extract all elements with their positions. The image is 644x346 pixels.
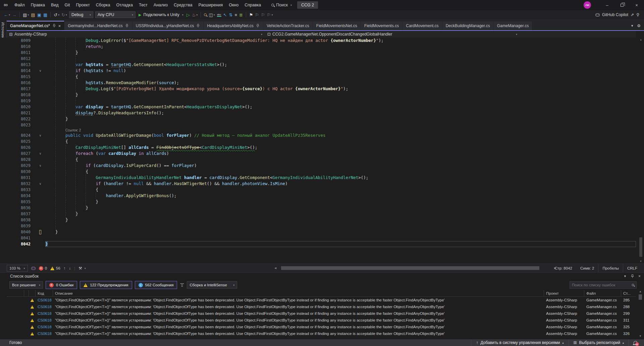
menu-item-build[interactable]: Сборка <box>93 0 113 10</box>
tab-fieldmovements[interactable]: FieldMovements.cs <box>361 21 402 30</box>
line-number[interactable]: 8037 <box>7 211 35 217</box>
code-text[interactable] <box>45 122 636 128</box>
error-row[interactable]: CS0618"Object.FindObjectOfType<T>()" явл… <box>7 330 636 337</box>
close-panel-icon[interactable]: × <box>638 274 641 279</box>
menu-item-analyze[interactable]: Анализ <box>151 0 171 10</box>
previous-bookmark-icon[interactable]: ⚐ <box>255 13 259 17</box>
navigate-to-cursor-icon[interactable]: ↖ <box>223 13 227 17</box>
line-number[interactable]: 8013 <box>7 62 35 68</box>
tab-vehicle-action-tracker[interactable]: VehicleActionTracker.cs <box>263 21 313 30</box>
code-text[interactable]: { <box>45 187 636 193</box>
warnings-filter-button[interactable]: 122 Предупреждения <box>80 281 132 289</box>
errors-filter-button[interactable]: × 0 Ошибки <box>46 281 77 289</box>
platform-dropdown[interactable]: Any CPU ▾ <box>95 11 136 18</box>
header-blank[interactable] <box>7 290 24 296</box>
code-text[interactable]: handler.ApplyGWTigerBonus(); <box>45 193 636 199</box>
panel-menu-icon[interactable]: ▼ <box>624 275 627 278</box>
code-text[interactable]: hqStats.RemoveDamageModifier(source); <box>45 80 636 86</box>
active-files-dropdown-icon[interactable]: ▼ <box>631 24 634 27</box>
code-text[interactable]: var display = targetHQ.GetComponentInPar… <box>45 104 636 110</box>
code-text[interactable]: { <box>45 138 636 145</box>
header-code[interactable]: Код <box>36 290 53 296</box>
code-text[interactable] <box>45 235 636 241</box>
line-number[interactable]: 8010 <box>7 44 35 50</box>
menu-item-edit[interactable]: Правка <box>28 0 48 10</box>
debug-configuration-dropdown[interactable]: Debug ▾ <box>69 11 93 18</box>
code-editor[interactable]: 8009 Debug.LogError($"[GameManagerNet] R… <box>0 38 644 264</box>
code-text[interactable]: foreach (var cardDisplay in allCards) <box>45 151 636 157</box>
line-number[interactable]: 8029 <box>7 163 35 169</box>
clear-bookmarks-icon[interactable]: ⚐▾ <box>267 13 273 17</box>
select-repository-button[interactable]: ⊞ Выбрать репозиторий ▴ <box>569 339 629 346</box>
notifications-button[interactable]: 1 <box>629 339 644 346</box>
error-code[interactable]: CS0618 <box>36 305 53 309</box>
open-file-icon[interactable]: ▤ <box>31 13 35 17</box>
menu-item-tools[interactable]: Средства <box>171 0 195 10</box>
header-file[interactable]: Файл <box>584 290 621 296</box>
menu-item-help[interactable]: Справка <box>241 0 264 10</box>
scrollbar-thumb[interactable] <box>639 237 642 257</box>
menu-item-view[interactable]: Вид <box>48 0 62 10</box>
line-number[interactable]: 8028 <box>7 157 35 163</box>
code-text[interactable]: { <box>45 74 636 80</box>
code-text[interactable]: { <box>45 169 636 175</box>
previous-issue-icon[interactable]: ↑ <box>64 266 66 270</box>
line-number[interactable]: 8011 <box>7 50 35 56</box>
fold-collapse-icon[interactable]: ∨ <box>35 151 45 157</box>
save-icon[interactable]: ▣ <box>37 13 41 17</box>
add-to-source-control-button[interactable]: ↑ Добавить в систему управления версиями… <box>471 339 568 346</box>
code-text[interactable]: var hqStats = targetHQ.GetComponent<Head… <box>45 62 636 68</box>
line-indicator[interactable]: Стр: 8042 <box>551 264 576 273</box>
github-copilot-label[interactable]: GitHub Copilot <box>602 12 628 17</box>
tab-deckbuildingmanager[interactable]: DeckBuildingManager.cs <box>442 21 493 30</box>
find-in-files-icon[interactable] <box>204 13 207 16</box>
tab-ussr-handler[interactable]: USSRIndividua...yHandlerNet.cs <box>132 21 203 30</box>
line-number[interactable]: 8025 <box>7 138 35 145</box>
line-number[interactable]: 8012 <box>7 56 35 62</box>
nav-backward-icon[interactable]: ←▾ <box>4 13 10 17</box>
scrollbar-thumb[interactable] <box>639 294 642 300</box>
zoom-dropdown[interactable]: 103 % ▾ <box>7 265 28 272</box>
error-count[interactable]: × 0 <box>39 266 47 271</box>
line-number[interactable]: 8014 <box>7 68 35 74</box>
close-tab-icon[interactable]: × <box>58 23 61 28</box>
line-number[interactable]: 8021 <box>7 110 35 116</box>
header-description[interactable]: Описание <box>53 290 544 296</box>
symbol-dropdown[interactable]: CCG2.GameManagerNet.OpponentDiscardChang… <box>265 32 520 37</box>
error-search-input[interactable] <box>572 283 632 287</box>
column-indicator[interactable]: Симв: 2 <box>576 264 598 273</box>
close-button[interactable]: × <box>629 0 644 10</box>
user-avatar[interactable]: ЛR <box>584 1 591 9</box>
code-text[interactable] <box>45 98 636 104</box>
menu-item-git[interactable]: Git <box>62 0 73 10</box>
code-text[interactable]: { <box>45 157 636 163</box>
line-number[interactable]: 8017 <box>7 86 35 92</box>
window-layout-icon[interactable]: ◫▾ <box>209 13 215 17</box>
code-cleanup-icon[interactable]: ⚒▾ <box>78 266 86 271</box>
line-number[interactable]: 8032 <box>7 181 35 187</box>
error-code[interactable]: CS0618 <box>36 298 53 302</box>
code-text[interactable]: } <box>45 205 636 211</box>
attach-to-unity-button[interactable]: ▶ Подключить к Unity ▾ <box>139 12 183 17</box>
line-number[interactable]: 8023 <box>7 122 35 128</box>
save-all-icon[interactable]: ▦ <box>43 13 47 17</box>
error-code[interactable]: CS0618 <box>36 332 53 336</box>
line-number[interactable]: 8031 <box>7 175 35 181</box>
solution-badge[interactable]: CCG 2 <box>297 1 318 9</box>
codelens-references[interactable]: Ссылок: 2 <box>7 128 636 132</box>
menu-item-test[interactable]: Тест <box>136 0 151 10</box>
scroll-left-icon[interactable]: ◀ <box>274 267 276 270</box>
error-code[interactable]: CS0618 <box>36 311 53 315</box>
line-number[interactable]: 8039 <box>7 223 35 229</box>
tab-gamemanager[interactable]: GameManager.cs <box>494 21 532 30</box>
tab-settings-icon[interactable]: ⚙ <box>637 23 641 28</box>
messages-filter-button[interactable]: i 562 Сообщения <box>135 281 177 289</box>
pin-icon[interactable] <box>52 24 56 28</box>
error-row[interactable]: CS0618"Object.FindObjectOfType<T>()" явл… <box>7 324 636 330</box>
code-text[interactable]: display?.DisplayHeadquartersInfo(); <box>45 110 636 116</box>
code-text[interactable] <box>45 56 636 62</box>
line-number[interactable]: 8036 <box>7 205 35 211</box>
line-number[interactable]: 8034 <box>7 193 35 199</box>
horizontal-scrollbar-thumb[interactable] <box>281 266 539 270</box>
new-project-icon[interactable]: ▧▾ <box>23 13 29 17</box>
